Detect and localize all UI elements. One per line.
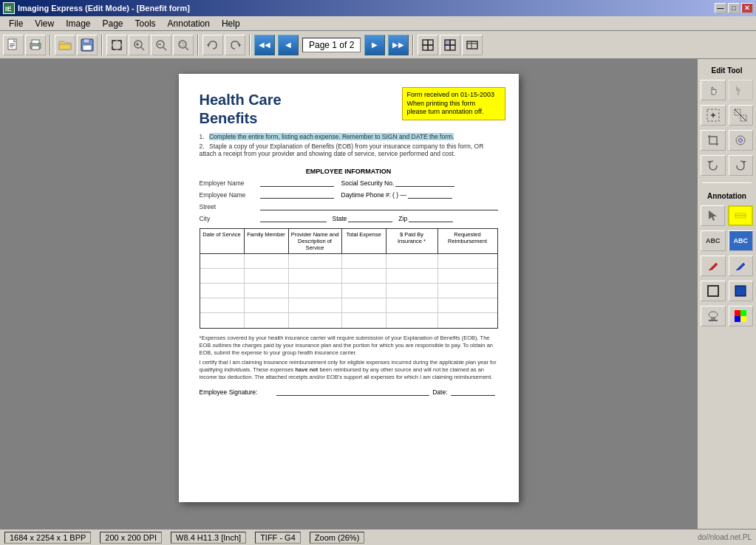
maximize-button[interactable]: □ [728, 3, 740, 13]
zip-field[interactable] [409, 222, 453, 222]
street-field[interactable] [260, 210, 498, 210]
panel-row-4 [701, 154, 753, 176]
svg-line-19 [141, 47, 144, 50]
state-field[interactable] [348, 222, 392, 222]
signature-row: Employee Signature: Date: [200, 388, 498, 396]
fit-page-button[interactable] [106, 35, 127, 55]
select-annotation-button[interactable] [701, 205, 725, 226]
menu-annotation[interactable]: Annotation [162, 17, 216, 30]
phone-field[interactable] [408, 198, 452, 199]
menu-help[interactable]: Help [216, 17, 246, 30]
svg-marker-27 [239, 43, 241, 47]
redo-button[interactable] [225, 35, 245, 55]
stamp-button[interactable] [701, 306, 726, 326]
svg-rect-9 [32, 46, 39, 49]
last-page-button[interactable]: ▶▶ [388, 35, 409, 55]
zoom-in-button[interactable] [129, 35, 149, 55]
footnote-2: I certify that I am claiming insurance r… [200, 359, 498, 380]
panel-row-7 [701, 255, 753, 277]
menu-tools[interactable]: Tools [129, 17, 162, 30]
menu-image[interactable]: Image [60, 17, 96, 30]
panel-separator-1 [702, 182, 752, 183]
rect-fill-button[interactable] [729, 281, 754, 301]
table-row[interactable] [200, 313, 497, 328]
svg-rect-36 [467, 41, 477, 49]
signature-field[interactable] [276, 395, 430, 396]
minimize-button[interactable]: — [715, 3, 726, 13]
table-header: Date of Service Family Member Provider N… [200, 229, 497, 254]
new-button[interactable] [3, 35, 24, 55]
zoom-out-sel-button[interactable] [729, 105, 754, 126]
edit-tool-label: Edit Tool [701, 66, 753, 75]
next-page-button[interactable]: ▶ [364, 35, 385, 55]
pen-blue-button[interactable] [729, 256, 754, 276]
rect-outline-button[interactable] [701, 281, 726, 301]
rotate-right-button[interactable] [729, 155, 754, 176]
undo-button[interactable] [202, 35, 223, 55]
dimensions-status: 1684 x 2254 x 1 BPP [4, 532, 91, 544]
main-area: Health Care Benefits Form received on 01… [0, 59, 756, 529]
rotate-left-button[interactable] [701, 155, 726, 176]
panel-row-9 [701, 305, 753, 327]
highlight-button[interactable] [728, 205, 753, 226]
toolbar: ◀◀ ◀ Page 1 of 2 ▶ ▶▶ [0, 31, 756, 59]
save-button[interactable] [77, 35, 98, 55]
date-field[interactable] [451, 395, 495, 396]
phone-format: ( ) — [392, 191, 406, 199]
menu-page[interactable]: Page [97, 17, 129, 30]
tool-btn-3[interactable] [462, 35, 483, 55]
table-row[interactable] [200, 298, 497, 313]
tool-btn-2[interactable] [440, 35, 460, 55]
menu-view[interactable]: View [29, 17, 60, 30]
city-field[interactable] [260, 222, 327, 222]
table-row[interactable] [200, 254, 497, 269]
size-status: W8.4 H11.3 [Inch] [171, 532, 246, 544]
panel-row-6: ABC ABC [701, 230, 753, 252]
prev-page-button[interactable]: ◀ [278, 35, 299, 55]
svg-rect-32 [445, 40, 450, 45]
col-reimburse: Requested Reimbursement [438, 229, 497, 253]
arrow-tool-button[interactable] [729, 80, 754, 100]
pen-red-button[interactable] [701, 256, 726, 276]
hand-tool-button[interactable] [701, 80, 726, 100]
svg-rect-14 [84, 46, 90, 49]
employer-name-label: Employer Name [200, 179, 259, 187]
employer-name-field[interactable] [260, 186, 334, 187]
close-button[interactable]: ✕ [741, 3, 753, 13]
menu-bar: File View Image Page Tools Annotation He… [0, 16, 756, 31]
svg-rect-54 [735, 310, 740, 316]
text-abc-button[interactable]: ABC [701, 230, 726, 251]
svg-rect-53 [709, 320, 718, 321]
ssn-field[interactable] [395, 186, 454, 187]
annotation-line1: Form received on 01-15-2003 [407, 91, 500, 100]
open-button[interactable] [55, 35, 75, 55]
zoom-in-sel-button[interactable] [701, 105, 726, 126]
annotation-line2: When printing this form [407, 100, 500, 109]
employee-name-field[interactable] [260, 198, 334, 199]
svg-rect-56 [735, 316, 740, 322]
first-page-button[interactable]: ◀◀ [254, 35, 275, 55]
color-picker-button[interactable] [729, 306, 754, 326]
col-family: Family Member [245, 229, 289, 253]
svg-point-10 [38, 44, 39, 45]
text-box-button[interactable]: ABC [729, 230, 754, 251]
dpi-status: 200 x 200 DPI [100, 532, 162, 544]
zoom-select-button[interactable] [173, 35, 194, 55]
app-icon: IE [3, 2, 15, 14]
table-row[interactable] [200, 284, 497, 298]
print-button[interactable] [25, 35, 46, 55]
svg-rect-4 [10, 44, 15, 44]
right-panel: Edit Tool [697, 59, 756, 529]
status-bar: 1684 x 2254 x 1 BPP 200 x 200 DPI W8.4 H… [0, 529, 756, 545]
canvas-area[interactable]: Health Care Benefits Form received on 01… [0, 59, 697, 529]
tool-btn-1[interactable] [418, 35, 438, 55]
table-row[interactable] [200, 269, 497, 284]
enhance-button[interactable] [729, 130, 754, 151]
menu-file[interactable]: File [3, 17, 29, 30]
svg-line-22 [163, 47, 166, 50]
document-page: Health Care Benefits Form received on 01… [179, 74, 519, 502]
street-label: Street [200, 203, 259, 210]
toolbar-sep-1 [50, 35, 51, 55]
crop-button[interactable] [701, 130, 726, 151]
zoom-out-button[interactable] [151, 35, 171, 55]
